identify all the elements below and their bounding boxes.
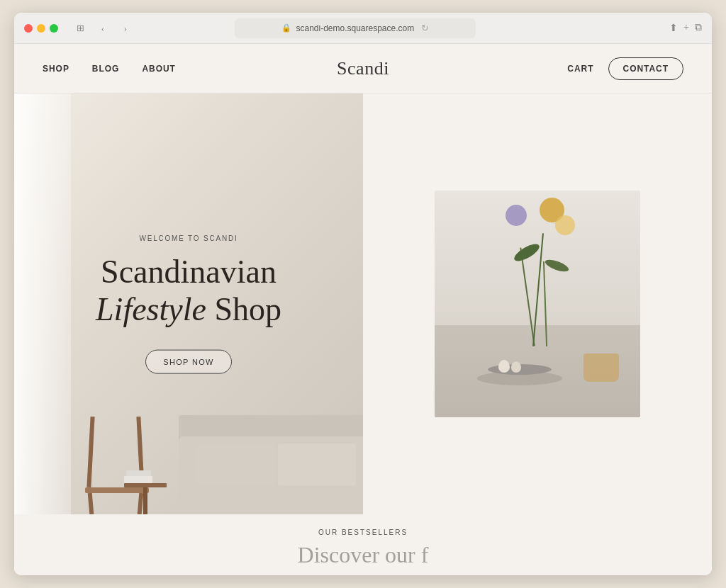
traffic-lights	[24, 24, 58, 33]
refresh-icon[interactable]: ↻	[421, 23, 429, 33]
new-tab-icon[interactable]: +	[683, 22, 689, 34]
still-life-image	[435, 191, 640, 417]
lock-icon: 🔒	[281, 23, 291, 33]
hero-right-panel	[363, 94, 712, 514]
tab-overview-icon[interactable]: ⧉	[695, 22, 702, 34]
forward-button[interactable]: ›	[116, 19, 135, 38]
bestsellers-section: OUR BESTSELLERS Discover our f	[14, 514, 712, 575]
leaf-2	[544, 257, 570, 273]
hero-background-image: WELCOME TO SCANDI Scandinavian Lifestyle…	[14, 94, 363, 514]
side-table-decoration	[124, 479, 167, 514]
maximize-button[interactable]	[50, 24, 58, 33]
hero-text-overlay: WELCOME TO SCANDI Scandinavian Lifestyle…	[96, 234, 281, 374]
nav-shop-link[interactable]: SHOP	[43, 64, 69, 74]
hero-title: Scandinavian Lifestyle Shop	[96, 254, 281, 329]
book-decoration-1	[124, 476, 152, 483]
egg-1	[498, 360, 510, 373]
bestsellers-eyebrow: OUR BESTSELLERS	[43, 528, 683, 536]
hero-cta-button[interactable]: SHOP NOW	[145, 349, 231, 373]
nav-about-link[interactable]: ABOUT	[142, 64, 175, 74]
egg-2	[511, 361, 521, 373]
book-decoration-2	[126, 470, 151, 476]
nav-cart-link[interactable]: CART	[567, 64, 593, 74]
browser-toolbar: ⊞ ‹ › 🔒 scandi-demo.squarespace.com ↻ ⬆ …	[14, 13, 712, 44]
nav-contact-link[interactable]: CONTACT	[608, 57, 684, 80]
address-bar[interactable]: 🔒 scandi-demo.squarespace.com ↻	[235, 18, 476, 38]
browser-nav-controls: ⊞ ‹ ›	[71, 19, 135, 38]
leaf-1	[512, 241, 542, 264]
nav-left: SHOP BLOG ABOUT	[43, 64, 176, 74]
url-text: scandi-demo.squarespace.com	[296, 23, 414, 33]
close-button[interactable]	[24, 24, 33, 33]
bestsellers-title-text: Discover our f	[298, 542, 429, 567]
nav-blog-link[interactable]: BLOG	[92, 64, 120, 74]
back-button[interactable]: ‹	[94, 19, 112, 38]
hero-left-panel: WELCOME TO SCANDI Scandinavian Lifestyle…	[14, 94, 363, 514]
flower-1	[506, 205, 527, 226]
hero-title-italic: Lifestyle	[96, 291, 206, 327]
curtain-decoration	[14, 94, 71, 514]
site-nav: SHOP BLOG ABOUT Scandi CART CONTACT	[14, 44, 712, 94]
flower-3	[555, 215, 575, 235]
hero-title-normal: Shop	[206, 291, 281, 327]
hero-section: WELCOME TO SCANDI Scandinavian Lifestyle…	[14, 94, 712, 514]
site-content: SHOP BLOG ABOUT Scandi CART CONTACT	[14, 44, 712, 575]
browser-window: ⊞ ‹ › 🔒 scandi-demo.squarespace.com ↻ ⬆ …	[14, 13, 712, 575]
sidebar-toggle-icon[interactable]: ⊞	[71, 19, 89, 38]
hero-title-line1: Scandinavian	[101, 254, 277, 290]
minimize-button[interactable]	[37, 24, 45, 33]
site-logo[interactable]: Scandi	[337, 58, 389, 79]
bestsellers-title: Discover our f	[43, 542, 683, 568]
sofa-decoration	[164, 401, 363, 514]
nav-right: CART CONTACT	[567, 57, 683, 80]
basket-decoration	[583, 354, 619, 382]
share-icon[interactable]: ⬆	[669, 22, 678, 34]
hero-eyebrow: WELCOME TO SCANDI	[96, 234, 281, 242]
browser-action-buttons: ⬆ + ⧉	[669, 22, 702, 34]
